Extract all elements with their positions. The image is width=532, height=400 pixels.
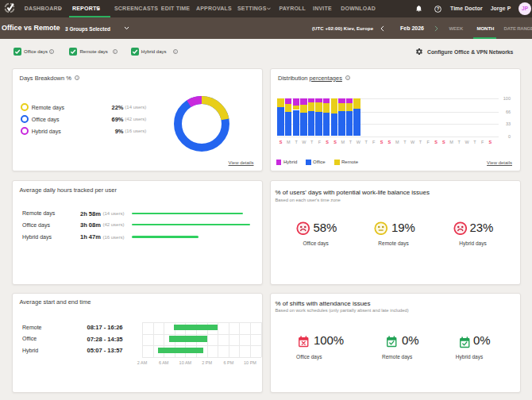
svg-text:?: ? bbox=[437, 6, 439, 11]
